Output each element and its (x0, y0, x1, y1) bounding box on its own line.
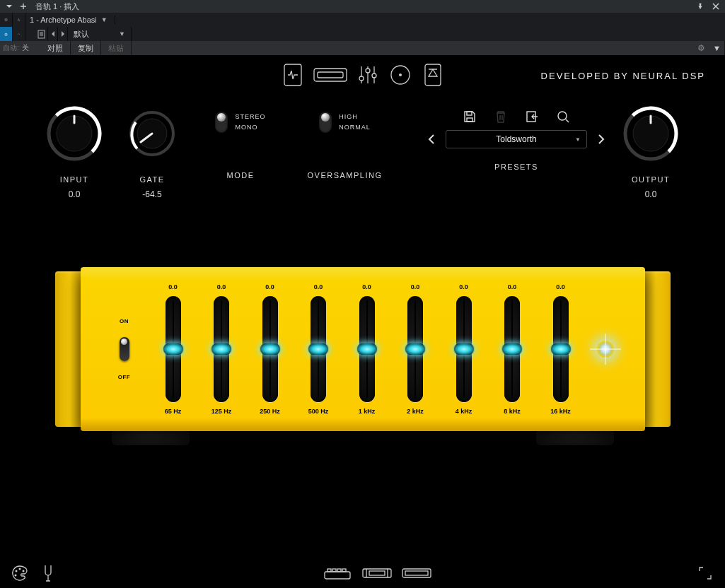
presets-label: PRESETS (494, 163, 538, 171)
nav-icon-2[interactable] (13, 13, 25, 27)
preset-prev-button[interactable] (426, 134, 437, 145)
eq-band-8: 0.016 kHz (542, 283, 580, 415)
eq-band-slider[interactable] (407, 296, 423, 402)
eq-band-value: 0.0 (556, 283, 565, 290)
output-value: 0.0 (645, 189, 657, 199)
module-selector (280, 62, 446, 88)
svg-rect-17 (467, 118, 472, 122)
svg-rect-29 (337, 569, 341, 572)
svg-point-19 (558, 112, 567, 120)
svg-rect-31 (363, 569, 391, 577)
output-knob[interactable] (622, 105, 680, 163)
eq-band-slider[interactable] (214, 296, 229, 402)
menu-chevron-icon[interactable] (4, 1, 14, 11)
eq-band-label: 500 Hz (308, 408, 329, 415)
eq-band-6: 0.04 kHz (445, 283, 483, 415)
cab-type-1-icon[interactable] (323, 565, 352, 581)
mode-option-mono: MONO (235, 122, 265, 133)
eq-power-toggle[interactable] (120, 337, 129, 361)
output-label: OUTPUT (632, 175, 670, 184)
dropdown-caret-icon: ▼ (575, 136, 581, 143)
eq-on-label: ON (120, 318, 129, 324)
output-control: OUTPUT 0.0 (612, 105, 690, 199)
module-waveform-icon[interactable] (280, 62, 306, 88)
preset-import-icon[interactable] (524, 109, 540, 124)
gate-knob[interactable] (127, 109, 177, 158)
plugin-name-dropdown[interactable]: 1 - Archetype Abasi ▼ (25, 16, 115, 24)
mode-label: MODE (227, 171, 255, 180)
svg-point-25 (15, 575, 17, 577)
bypass-icon[interactable] (13, 27, 25, 41)
eq-band-3: 0.0500 Hz (299, 283, 337, 415)
eq-band-value: 0.0 (168, 283, 178, 290)
settings-gear-icon[interactable]: ⚙ (693, 43, 709, 53)
module-amp-icon[interactable] (313, 62, 348, 88)
preset-dropdown[interactable]: Toldsworth ▼ (446, 130, 587, 148)
oversampling-control: HIGH NORMAL OVERSAMPLING (290, 105, 400, 180)
eq-band-slider[interactable] (311, 296, 326, 402)
preset-search-icon[interactable] (555, 109, 571, 124)
compare-button[interactable]: 对照 (40, 41, 71, 55)
eq-off-label: OFF (118, 374, 131, 380)
svg-point-22 (16, 570, 18, 572)
eq-band-value: 0.0 (314, 283, 323, 290)
module-cab-icon[interactable] (388, 62, 413, 88)
auto-state[interactable]: 关 (22, 43, 29, 53)
preset-next-button[interactable] (596, 134, 607, 145)
eq-band-slider[interactable] (504, 296, 520, 402)
svg-rect-4 (314, 69, 347, 81)
eq-band-value: 0.0 (362, 283, 371, 290)
gate-value: -64.5 (142, 189, 161, 199)
module-eq-icon[interactable] (355, 62, 381, 88)
auto-label: 自动: (3, 43, 19, 53)
input-knob[interactable] (45, 105, 103, 163)
oversampling-option-normal: NORMAL (339, 122, 371, 133)
window-title: 音轨 1 · 插入 (35, 1, 79, 12)
cab-type-3-icon[interactable] (402, 565, 431, 581)
add-icon[interactable] (18, 1, 28, 11)
svg-rect-33 (402, 569, 431, 577)
eq-band-slider[interactable] (553, 296, 569, 402)
next-icon[interactable] (58, 27, 68, 41)
svg-rect-32 (369, 571, 385, 575)
dropdown-caret-icon[interactable]: ▼ (709, 41, 725, 55)
fullscreen-icon[interactable] (695, 563, 715, 583)
pin-icon[interactable] (695, 1, 705, 11)
close-icon[interactable] (711, 1, 721, 11)
module-delay-icon[interactable] (420, 62, 446, 88)
eq-band-0: 0.065 Hz (154, 283, 192, 415)
prev-icon[interactable] (48, 27, 58, 41)
input-control: INPUT 0.0 (35, 105, 113, 199)
eq-band-slider[interactable] (456, 296, 472, 402)
eq-band-slider[interactable] (359, 296, 375, 402)
doc-icon[interactable] (35, 27, 48, 41)
preset-default-dropdown[interactable]: 默认▼ (68, 27, 132, 41)
gate-control: GATE -64.5 (113, 105, 191, 199)
svg-rect-11 (425, 64, 441, 86)
cab-type-2-icon[interactable] (362, 565, 392, 581)
copy-button[interactable]: 复制 (71, 41, 101, 55)
svg-point-24 (23, 570, 25, 572)
plugin-body: DEVELOPED BY NEURAL DSP (0, 55, 725, 588)
palette-icon[interactable] (10, 563, 30, 583)
power-button[interactable] (0, 27, 13, 41)
eq-band-value: 0.0 (265, 283, 274, 290)
eq-band-value: 0.0 (508, 283, 517, 290)
eq-band-label: 4 kHz (456, 408, 472, 415)
eq-band-1: 0.0125 Hz (202, 283, 240, 415)
paste-button[interactable]: 粘贴 (101, 41, 132, 55)
eq-band-slider[interactable] (166, 296, 181, 402)
svg-rect-27 (327, 569, 331, 572)
oversampling-toggle[interactable] (319, 112, 332, 133)
preset-save-icon[interactable] (462, 109, 477, 124)
eq-sliders: 0.065 Hz0.0125 Hz0.0250 Hz0.0500 Hz0.01 … (150, 283, 584, 415)
dropdown-caret-icon: ▼ (101, 16, 108, 23)
host-bar-2: 默认▼ (0, 27, 725, 41)
mode-toggle[interactable] (215, 112, 228, 133)
nav-icon-1[interactable] (0, 13, 13, 27)
eq-panel-right (641, 271, 671, 427)
input-label: INPUT (60, 175, 89, 184)
tuner-icon[interactable] (38, 563, 58, 583)
eq-band-slider[interactable] (262, 296, 278, 402)
eq-band-label: 8 kHz (504, 408, 521, 415)
